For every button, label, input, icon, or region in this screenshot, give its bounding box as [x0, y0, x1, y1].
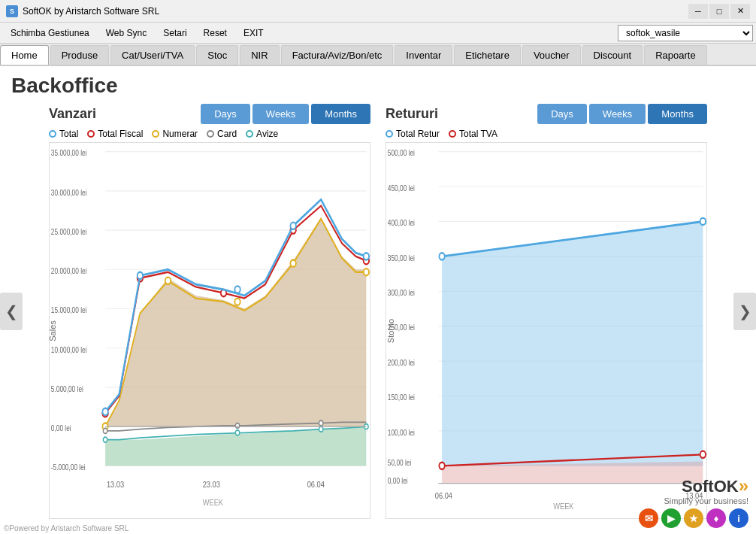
svg-text:150,00 lei: 150,00 lei: [388, 393, 415, 402]
vanzari-btn-months[interactable]: Months: [311, 104, 370, 124]
legend-label-total: Total: [59, 129, 78, 139]
menu-schimba[interactable]: Schimba Gestiunea: [3, 26, 97, 41]
svg-text:06.04: 06.04: [435, 492, 452, 501]
nav-arrow-left[interactable]: ❮: [0, 293, 23, 330]
title-bar: S SoftOK by Aristarch Software SRL ─ □ ✕: [0, 0, 756, 23]
retururi-btn-months[interactable]: Months: [648, 104, 707, 124]
vanzari-chart-container: Vanzari Days Weeks Months Total Total Fi…: [49, 104, 370, 519]
retururi-title: Retururi: [386, 106, 438, 122]
tab-stoc[interactable]: Stoc: [196, 45, 238, 65]
vanzari-btn-weeks[interactable]: Weeks: [253, 104, 310, 124]
menu-exit[interactable]: EXIT: [236, 26, 271, 41]
brand-name: SoftOK»: [682, 475, 748, 496]
vanzari-y-label: Sales: [48, 320, 57, 341]
vanzari-period-buttons: Days Weeks Months: [201, 104, 370, 124]
legend-label-card: Card: [217, 129, 237, 139]
tab-rapoarte[interactable]: Rapoarte: [644, 45, 706, 65]
title-bar-left: S SoftOK by Aristarch Software SRL: [6, 5, 159, 17]
legend-total-retur: Total Retur: [386, 129, 440, 139]
svg-point-24: [364, 269, 369, 275]
tab-discount[interactable]: Discount: [582, 45, 643, 65]
svg-point-21: [165, 278, 171, 284]
svg-text:30.000,00 lei: 30.000,00 lei: [51, 188, 87, 197]
svg-point-70: [439, 253, 444, 259]
svg-point-34: [364, 253, 369, 259]
svg-text:25.000,00 lei: 25.000,00 lei: [51, 227, 87, 236]
charts-area: ❮ Vanzari Days Weeks Months Total Total: [11, 104, 745, 519]
retururi-chart-svg: 500,00 lei 450,00 lei 400,00 lei 350,00 …: [386, 143, 706, 518]
svg-text:200,00 lei: 200,00 lei: [388, 358, 415, 367]
legend-total: Total: [49, 129, 78, 139]
svg-point-23: [290, 260, 295, 267]
svg-point-39: [235, 430, 240, 435]
legend-label-total-retur: Total Retur: [396, 129, 440, 139]
svg-text:400,00 lei: 400,00 lei: [388, 218, 415, 227]
svg-text:5.000,00 lei: 5.000,00 lei: [51, 384, 83, 393]
tab-nir[interactable]: NIR: [240, 45, 279, 65]
user-dropdown[interactable]: softok_wasile: [618, 25, 753, 41]
tab-voucher[interactable]: Voucher: [522, 45, 581, 65]
svg-marker-18: [105, 217, 366, 427]
legend-dot-total-tva: [449, 130, 456, 138]
brand-icon-2: ▶: [661, 508, 681, 528]
vanzari-title: Vanzari: [49, 106, 96, 122]
tab-factura[interactable]: Factura/Aviz/Bon/etc: [281, 45, 394, 65]
svg-point-32: [234, 286, 240, 293]
brand-arrow-icon: »: [739, 475, 748, 496]
legend-dot-card: [207, 130, 214, 138]
tab-etichetare[interactable]: Etichetare: [454, 45, 521, 65]
svg-text:0,00 lei: 0,00 lei: [388, 476, 408, 485]
svg-text:10.000,00 lei: 10.000,00 lei: [51, 345, 87, 354]
svg-text:15.000,00 lei: 15.000,00 lei: [51, 305, 87, 314]
tab-produse[interactable]: Produse: [50, 45, 109, 65]
main-content: Backoffice ❮ Vanzari Days Weeks Months T…: [0, 66, 756, 534]
svg-text:13.03: 13.03: [107, 480, 124, 489]
svg-text:20.000,00 lei: 20.000,00 lei: [51, 266, 87, 275]
vanzari-chart-wrapper: Sales 35.000,00 lei 30.000,00 lei 25.000…: [49, 142, 370, 519]
svg-text:350,00 lei: 350,00 lei: [388, 253, 415, 262]
legend-avize: Avize: [246, 129, 278, 139]
svg-marker-68: [442, 221, 703, 466]
vanzari-btn-days[interactable]: Days: [201, 104, 250, 124]
branding: SoftOK» Simplify your business! ✉ ▶ ★ ♦ …: [639, 475, 748, 528]
svg-point-22: [234, 299, 240, 305]
minimize-button[interactable]: ─: [688, 4, 708, 19]
menu-reset[interactable]: Reset: [196, 26, 234, 41]
legend-card: Card: [207, 129, 237, 139]
svg-text:06.04: 06.04: [307, 480, 325, 489]
brand-icon-1: ✉: [639, 508, 658, 528]
legend-dot-total-fiscal: [87, 130, 95, 138]
maximize-button[interactable]: □: [709, 4, 729, 19]
svg-text:35.000,00 lei: 35.000,00 lei: [51, 148, 87, 157]
legend-label-total-fiscal: Total Fiscal: [98, 129, 143, 139]
menu-setari[interactable]: Setari: [156, 26, 194, 41]
svg-point-30: [102, 408, 107, 415]
svg-point-35: [103, 428, 107, 433]
tab-inventar[interactable]: Inventar: [395, 45, 452, 65]
retururi-btn-weeks[interactable]: Weeks: [589, 104, 646, 124]
legend-dot-total: [49, 130, 56, 138]
vanzari-chart-svg: 35.000,00 lei 30.000,00 lei 25.000,00 le…: [50, 143, 370, 518]
window-controls[interactable]: ─ □ ✕: [688, 4, 750, 19]
retururi-btn-days[interactable]: Days: [537, 104, 587, 124]
svg-point-38: [103, 437, 107, 442]
svg-point-73: [700, 451, 706, 458]
nav-arrow-right[interactable]: ❯: [733, 293, 756, 330]
menu-websync[interactable]: Web Sync: [98, 26, 154, 41]
svg-text:500,00 lei: 500,00 lei: [388, 148, 415, 157]
tab-home[interactable]: Home: [0, 45, 49, 65]
close-button[interactable]: ✕: [730, 4, 750, 19]
retururi-chart-container: Retururi Days Weeks Months Total Retur T…: [386, 104, 707, 519]
user-dropdown-wrapper: softok_wasile: [618, 25, 753, 41]
svg-text:450,00 lei: 450,00 lei: [388, 184, 415, 193]
svg-text:WEEK: WEEK: [553, 502, 573, 511]
legend-total-fiscal: Total Fiscal: [87, 129, 143, 139]
tab-cat-useri-tva[interactable]: Cat/Useri/TVA: [110, 45, 195, 65]
brand-icons: ✉ ▶ ★ ♦ i: [639, 508, 748, 528]
svg-point-33: [290, 223, 295, 229]
vanzari-header: Vanzari Days Weeks Months: [49, 104, 370, 124]
svg-point-72: [439, 463, 444, 469]
brand-name-text: SoftOK: [682, 477, 739, 496]
svg-text:50,00 lei: 50,00 lei: [388, 458, 411, 467]
svg-point-36: [235, 423, 240, 429]
